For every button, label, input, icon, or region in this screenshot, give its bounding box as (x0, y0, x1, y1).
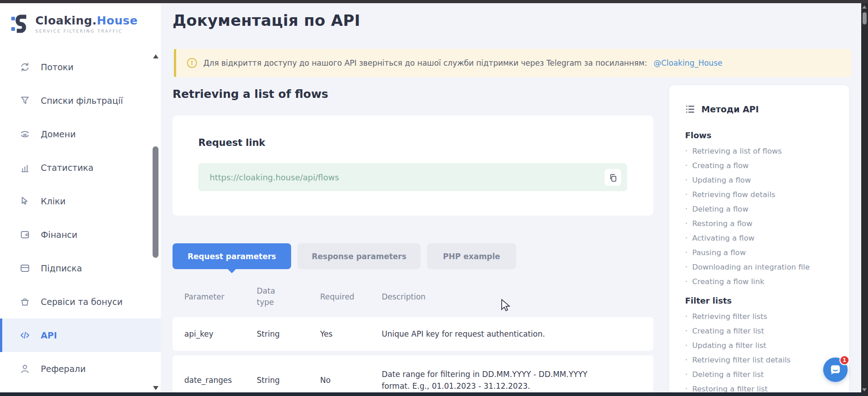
sidebar-item-label: Статистика (41, 163, 93, 173)
tab-php-example[interactable]: PHP example (427, 243, 516, 269)
bullet-icon: · (685, 219, 688, 227)
column-header-data-type: Data type (257, 285, 320, 309)
method-link[interactable]: ·Creating a flow (685, 158, 833, 173)
cell-parameter: api_key (184, 329, 257, 338)
page-scrollbar[interactable] (861, 3, 868, 396)
column-header-parameter: Parameter (184, 292, 257, 301)
method-link[interactable]: ·Retrieving filter list details (685, 353, 833, 367)
sidebar-item-label: Сервіси та бонуси (41, 297, 123, 307)
logo-icon (11, 13, 30, 34)
sidebar-item-subscription[interactable]: Підписка (0, 251, 161, 285)
method-link[interactable]: ·Pausing a flow (685, 245, 833, 260)
method-link[interactable]: ·Creating a filter list (685, 324, 833, 338)
method-link[interactable]: ·Retrieving a list of flows (685, 144, 833, 158)
cell-required: No (320, 376, 382, 385)
bullet-icon: · (685, 341, 688, 349)
sidebar-scrollbar[interactable] (152, 3, 159, 396)
svg-text:w: w (23, 132, 27, 137)
warning-icon: ! (187, 58, 197, 68)
code-icon (19, 329, 31, 341)
sidebar-item-finances[interactable]: Фінанси (0, 218, 161, 251)
bullet-icon: · (685, 161, 688, 169)
bullet-icon: · (685, 205, 688, 213)
bar-chart-icon (19, 162, 31, 174)
method-link[interactable]: ·Retrieving flow details (685, 187, 833, 202)
bullet-icon: · (685, 370, 688, 378)
sidebar-item-api[interactable]: API (0, 319, 161, 352)
logo-tagline: SERVICE FILTERING TRAFFIC (35, 29, 138, 34)
window-top-edge (0, 0, 868, 3)
page-scroll-up-icon[interactable] (862, 5, 867, 9)
sidebar-nav: ПотокиСписки фільтраціїwДомениСтатистика… (0, 50, 161, 386)
table-header: ParameterData typeRequiredDescription (173, 282, 653, 311)
methods-section-title: Flows (685, 130, 833, 140)
logo-brand-primary: Cloaking. (35, 14, 97, 27)
telegram-link[interactable]: @Cloaking_House (653, 58, 722, 68)
bullet-icon: · (685, 248, 688, 256)
sidebar-item-label: Фінанси (41, 230, 77, 240)
bullet-icon: · (685, 190, 688, 198)
main-content: Документація по API ! Для відкриття дост… (161, 3, 861, 396)
cell-data-type: String (257, 376, 320, 385)
table-row: date_rangesStringNoDate range for filter… (173, 355, 653, 396)
cursor-click-icon (19, 195, 31, 207)
methods-section-title: Filter lists (685, 296, 833, 305)
column-header-required: Required (320, 292, 382, 301)
sidebar-item-services[interactable]: Сервіси та бонуси (0, 285, 161, 319)
method-link[interactable]: ·Retrieving filter lists (685, 309, 833, 324)
sidebar-item-label: Потоки (41, 62, 73, 72)
method-link[interactable]: ·Creating a flow link (685, 274, 833, 289)
sidebar-item-domains[interactable]: wДомени (0, 117, 161, 151)
bullet-icon: · (685, 356, 688, 364)
method-link[interactable]: ·Downloading an integration file (685, 260, 833, 274)
tab-request-parameters[interactable]: Request parameters (173, 243, 291, 269)
section-heading: Retrieving a list of flows (173, 87, 328, 101)
bullet-icon: · (685, 327, 688, 335)
method-link[interactable]: ·Deleting a flow (685, 202, 833, 216)
method-link[interactable]: ·Updating a flow (685, 173, 833, 187)
method-link[interactable]: ·Deleting a filter list (685, 367, 833, 382)
method-link[interactable]: ·Activating a flow (685, 231, 833, 245)
chat-bubble-icon (829, 363, 842, 377)
bullet-icon: · (685, 147, 688, 155)
tab-response-parameters[interactable]: Response parameters (297, 243, 421, 269)
api-methods-header: Методи API (685, 104, 849, 114)
bullet-icon: · (685, 277, 688, 285)
sidebar-item-label: Кліки (41, 196, 66, 206)
sidebar-item-referrals[interactable]: Реферали (0, 352, 161, 386)
api-methods-list: Flows·Retrieving a list of flows·Creatin… (685, 130, 833, 396)
credit-card-icon (19, 262, 31, 274)
cell-parameter: date_ranges (184, 376, 257, 385)
wallet-icon (19, 229, 31, 241)
scroll-up-icon[interactable] (153, 54, 158, 58)
sidebar-item-label: API (41, 330, 57, 340)
page-scrollbar-thumb[interactable] (863, 12, 867, 24)
request-url: https://cloaking.house/api/flows (210, 173, 339, 182)
list-icon (685, 104, 695, 114)
copy-button[interactable] (604, 169, 621, 186)
table-rows: api_keyStringYesUnique API key for reque… (173, 317, 653, 396)
page-scroll-down-icon[interactable] (862, 388, 867, 391)
sidebar-item-statistics[interactable]: Статистика (0, 151, 161, 184)
window-bottom-edge (0, 392, 861, 396)
method-link[interactable]: ·Restoring a flow (685, 216, 833, 231)
sidebar-scrollbar-thumb[interactable] (153, 146, 158, 258)
bullet-icon: · (685, 176, 688, 184)
column-header-description: Description (382, 292, 653, 301)
logo[interactable]: Cloaking.House SERVICE FILTERING TRAFFIC (11, 13, 138, 34)
sidebar-item-clicks[interactable]: Кліки (0, 184, 161, 218)
table-row: api_keyStringYesUnique API key for reque… (173, 317, 653, 351)
cell-description: Unique API key for request authenticatio… (382, 328, 599, 340)
api-methods-card: Методи API Flows·Retrieving a list of fl… (669, 85, 849, 396)
bullet-icon: · (685, 234, 688, 242)
sidebar-item-flows[interactable]: Потоки (0, 50, 161, 84)
bullet-icon: · (685, 385, 688, 393)
chat-widget-button[interactable]: 1 (823, 357, 848, 382)
sidebar-item-label: Реферали (41, 364, 86, 374)
request-url-field[interactable]: https://cloaking.house/api/flows (198, 163, 627, 191)
gift-basket-icon (19, 296, 31, 308)
tabs: Request parametersResponse parametersPHP… (173, 243, 516, 269)
method-link[interactable]: ·Updating a filter list (685, 338, 833, 353)
sidebar-item-filter-lists[interactable]: Списки фільтрації (0, 84, 161, 117)
scroll-down-icon[interactable] (153, 386, 158, 390)
